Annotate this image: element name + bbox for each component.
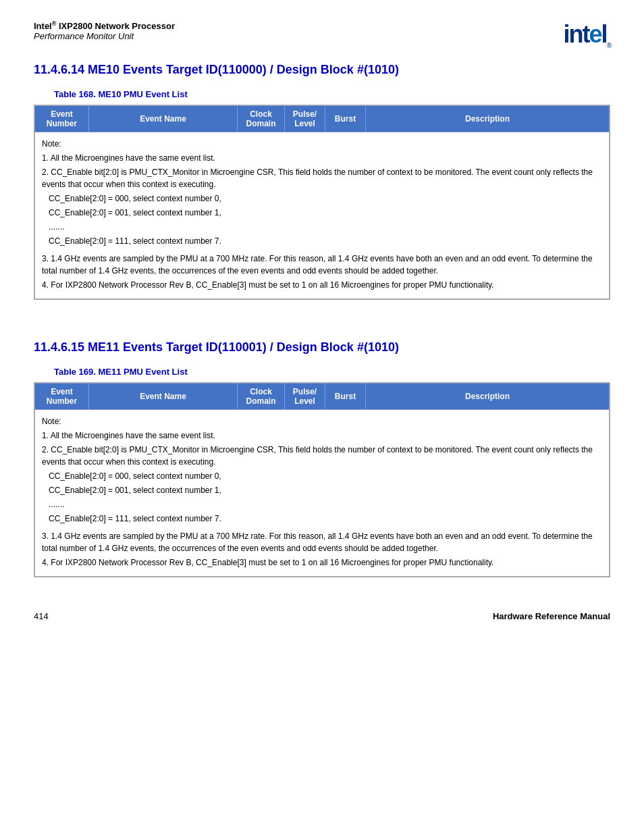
table168: Event Number Event Name Clock Domain Pul… [34, 105, 610, 299]
col-description: Description [366, 106, 610, 132]
header-product-name: Intel [34, 21, 52, 31]
note5: 4. For IXP2800 Network Processor Rev B, … [42, 279, 602, 291]
col2-pulse-level: Pulse/ Level [285, 384, 325, 410]
logo-dot: ® [607, 42, 610, 49]
note2-3a: CC_Enable[2:0] = 000, select context num… [49, 470, 602, 482]
table169: Event Number Event Name Clock Domain Pul… [34, 383, 610, 577]
note3d: CC_Enable[2:0] = 111, select context num… [49, 235, 602, 247]
note2-3b: CC_Enable[2:0] = 001, select context num… [49, 484, 602, 496]
section1-heading-text: 11.4.6.14 ME10 Events Target ID(110000) … [34, 63, 399, 76]
note2-3d: CC_Enable[2:0] = 111, select context num… [49, 513, 602, 525]
note3b: CC_Enable[2:0] = 001, select context num… [49, 207, 602, 219]
table168-wrapper: Event Number Event Name Clock Domain Pul… [34, 105, 610, 300]
col2-clock-domain: Clock Domain [238, 384, 285, 410]
table169-title-text: Table 169. ME11 PMU Event List [54, 367, 188, 377]
col2-event-number: Event Number [35, 384, 89, 410]
intel-logo: intel® [564, 20, 610, 49]
header-subtitle-text: Performance Monitor Unit [34, 31, 134, 41]
note3a: CC_Enable[2:0] = 000, select context num… [49, 192, 602, 205]
header-text: Intel® IXP2800 Network Processor Perform… [34, 20, 175, 41]
table168-notes-cell: Note: 1. All the Microengines have the s… [35, 132, 610, 299]
section2-heading-text: 11.4.6.15 ME11 Events Target ID(110001) … [34, 340, 399, 354]
note2: 2. CC_Enable bit[2:0] is PMU_CTX_Monitor… [42, 166, 602, 190]
col2-description: Description [366, 384, 610, 410]
table169-title: Table 169. ME11 PMU Event List [54, 367, 610, 377]
note2-3c: ....... [49, 498, 602, 511]
section1-heading: 11.4.6.14 ME10 Events Target ID(110000) … [34, 63, 610, 77]
note2-2: 2. CC_Enable bit[2:0] is PMU_CTX_Monitor… [42, 444, 602, 468]
note1: 1. All the Microengines have the same ev… [42, 152, 602, 164]
col-clock-domain: Clock Domain [238, 106, 285, 132]
table169-header-row: Event Number Event Name Clock Domain Pul… [35, 384, 610, 410]
col2-event-name: Event Name [89, 384, 238, 410]
table169-wrapper: Event Number Event Name Clock Domain Pul… [34, 382, 610, 577]
note2-1: 1. All the Microengines have the same ev… [42, 429, 602, 442]
logo-l: l [601, 20, 607, 48]
header-title1: Intel® IXP2800 Network Processor [34, 20, 175, 31]
note2-label: Note: [42, 415, 602, 427]
table168-header-row: Event Number Event Name Clock Domain Pul… [35, 106, 610, 132]
col-event-name: Event Name [89, 106, 238, 132]
col-burst: Burst [325, 106, 366, 132]
note4: 3. 1.4 GHz events are sampled by the PMU… [42, 253, 602, 277]
page-footer: 414 Hardware Reference Manual [34, 604, 610, 621]
page-header: Intel® IXP2800 Network Processor Perform… [34, 20, 610, 49]
note-label: Note: [42, 138, 602, 150]
table169-notes-cell: Note: 1. All the Microengines have the s… [35, 410, 610, 577]
table168-title: Table 168. ME10 PMU Event List [54, 89, 610, 99]
footer-page-number: 414 [34, 611, 49, 621]
logo-e: e [589, 20, 601, 48]
section2-heading: 11.4.6.15 ME11 Events Target ID(110001) … [34, 340, 610, 355]
col-event-number: Event Number [35, 106, 89, 132]
logo-int: int [564, 20, 589, 48]
col-pulse-level: Pulse/ Level [285, 106, 325, 132]
col2-burst: Burst [325, 384, 366, 410]
footer-manual-title: Hardware Reference Manual [493, 611, 610, 621]
note2-4: 3. 1.4 GHz events are sampled by the PMU… [42, 530, 602, 554]
note2-5: 4. For IXP2800 Network Processor Rev B, … [42, 556, 602, 569]
note3c: ....... [49, 221, 602, 233]
table168-title-text: Table 168. ME10 PMU Event List [54, 89, 188, 99]
table169-notes-row: Note: 1. All the Microengines have the s… [35, 410, 610, 577]
header-product-name2: IXP2800 Network Processor [56, 21, 175, 31]
table168-notes-row: Note: 1. All the Microengines have the s… [35, 132, 610, 299]
header-subtitle: Performance Monitor Unit [34, 31, 175, 41]
